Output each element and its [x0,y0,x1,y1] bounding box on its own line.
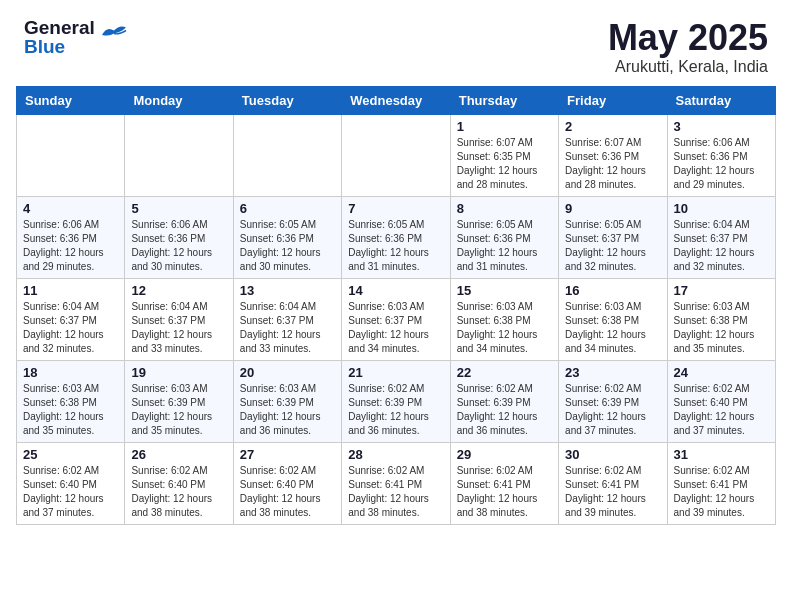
day-of-week-header: Saturday [667,86,775,114]
day-number: 5 [131,201,226,216]
calendar-cell: 30Sunrise: 6:02 AMSunset: 6:41 PMDayligh… [559,442,667,524]
day-number: 26 [131,447,226,462]
day-info: Sunrise: 6:04 AMSunset: 6:37 PMDaylight:… [131,300,226,356]
day-number: 14 [348,283,443,298]
day-of-week-header: Thursday [450,86,558,114]
day-number: 3 [674,119,769,134]
day-info: Sunrise: 6:07 AMSunset: 6:36 PMDaylight:… [565,136,660,192]
day-number: 15 [457,283,552,298]
calendar-cell [342,114,450,196]
calendar-cell: 4Sunrise: 6:06 AMSunset: 6:36 PMDaylight… [17,196,125,278]
day-number: 9 [565,201,660,216]
day-number: 12 [131,283,226,298]
calendar-cell: 11Sunrise: 6:04 AMSunset: 6:37 PMDayligh… [17,278,125,360]
day-info: Sunrise: 6:02 AMSunset: 6:39 PMDaylight:… [565,382,660,438]
day-info: Sunrise: 6:07 AMSunset: 6:35 PMDaylight:… [457,136,552,192]
day-of-week-header: Friday [559,86,667,114]
calendar-cell [233,114,341,196]
calendar-cell: 20Sunrise: 6:03 AMSunset: 6:39 PMDayligh… [233,360,341,442]
day-of-week-header: Sunday [17,86,125,114]
day-info: Sunrise: 6:02 AMSunset: 6:41 PMDaylight:… [457,464,552,520]
day-number: 31 [674,447,769,462]
day-info: Sunrise: 6:04 AMSunset: 6:37 PMDaylight:… [240,300,335,356]
calendar-cell [125,114,233,196]
day-number: 1 [457,119,552,134]
day-number: 22 [457,365,552,380]
calendar-cell: 9Sunrise: 6:05 AMSunset: 6:37 PMDaylight… [559,196,667,278]
day-info: Sunrise: 6:02 AMSunset: 6:41 PMDaylight:… [565,464,660,520]
calendar-cell: 16Sunrise: 6:03 AMSunset: 6:38 PMDayligh… [559,278,667,360]
day-number: 21 [348,365,443,380]
calendar-cell: 1Sunrise: 6:07 AMSunset: 6:35 PMDaylight… [450,114,558,196]
calendar-cell: 19Sunrise: 6:03 AMSunset: 6:39 PMDayligh… [125,360,233,442]
calendar-cell: 8Sunrise: 6:05 AMSunset: 6:36 PMDaylight… [450,196,558,278]
day-info: Sunrise: 6:02 AMSunset: 6:40 PMDaylight:… [131,464,226,520]
day-of-week-header: Monday [125,86,233,114]
calendar-cell: 12Sunrise: 6:04 AMSunset: 6:37 PMDayligh… [125,278,233,360]
day-info: Sunrise: 6:03 AMSunset: 6:38 PMDaylight:… [674,300,769,356]
day-info: Sunrise: 6:04 AMSunset: 6:37 PMDaylight:… [674,218,769,274]
day-number: 13 [240,283,335,298]
day-number: 8 [457,201,552,216]
day-info: Sunrise: 6:03 AMSunset: 6:39 PMDaylight:… [131,382,226,438]
calendar-cell: 7Sunrise: 6:05 AMSunset: 6:36 PMDaylight… [342,196,450,278]
day-info: Sunrise: 6:02 AMSunset: 6:39 PMDaylight:… [457,382,552,438]
day-info: Sunrise: 6:05 AMSunset: 6:36 PMDaylight:… [240,218,335,274]
logo-general: General [24,18,95,37]
day-info: Sunrise: 6:02 AMSunset: 6:41 PMDaylight:… [348,464,443,520]
day-info: Sunrise: 6:05 AMSunset: 6:37 PMDaylight:… [565,218,660,274]
calendar-table: SundayMondayTuesdayWednesdayThursdayFrid… [16,86,776,525]
day-number: 7 [348,201,443,216]
day-info: Sunrise: 6:02 AMSunset: 6:40 PMDaylight:… [240,464,335,520]
day-of-week-header: Wednesday [342,86,450,114]
day-number: 11 [23,283,118,298]
calendar-cell: 26Sunrise: 6:02 AMSunset: 6:40 PMDayligh… [125,442,233,524]
day-info: Sunrise: 6:03 AMSunset: 6:39 PMDaylight:… [240,382,335,438]
calendar-cell: 24Sunrise: 6:02 AMSunset: 6:40 PMDayligh… [667,360,775,442]
page-header: General Blue May 2025 Arukutti, Kerala, … [0,0,792,86]
day-number: 18 [23,365,118,380]
day-info: Sunrise: 6:06 AMSunset: 6:36 PMDaylight:… [23,218,118,274]
day-number: 28 [348,447,443,462]
day-number: 24 [674,365,769,380]
day-info: Sunrise: 6:02 AMSunset: 6:41 PMDaylight:… [674,464,769,520]
calendar-cell [17,114,125,196]
day-info: Sunrise: 6:05 AMSunset: 6:36 PMDaylight:… [457,218,552,274]
calendar-cell: 31Sunrise: 6:02 AMSunset: 6:41 PMDayligh… [667,442,775,524]
calendar-cell: 3Sunrise: 6:06 AMSunset: 6:36 PMDaylight… [667,114,775,196]
day-info: Sunrise: 6:06 AMSunset: 6:36 PMDaylight:… [131,218,226,274]
calendar-cell: 14Sunrise: 6:03 AMSunset: 6:37 PMDayligh… [342,278,450,360]
day-number: 27 [240,447,335,462]
logo: General Blue [24,18,129,56]
calendar-cell: 27Sunrise: 6:02 AMSunset: 6:40 PMDayligh… [233,442,341,524]
day-number: 10 [674,201,769,216]
day-info: Sunrise: 6:02 AMSunset: 6:39 PMDaylight:… [348,382,443,438]
calendar-cell: 23Sunrise: 6:02 AMSunset: 6:39 PMDayligh… [559,360,667,442]
day-number: 30 [565,447,660,462]
day-info: Sunrise: 6:03 AMSunset: 6:38 PMDaylight:… [457,300,552,356]
day-number: 16 [565,283,660,298]
calendar-cell: 29Sunrise: 6:02 AMSunset: 6:41 PMDayligh… [450,442,558,524]
logo-bird-icon [99,20,129,54]
calendar-cell: 15Sunrise: 6:03 AMSunset: 6:38 PMDayligh… [450,278,558,360]
calendar-cell: 2Sunrise: 6:07 AMSunset: 6:36 PMDaylight… [559,114,667,196]
calendar-cell: 6Sunrise: 6:05 AMSunset: 6:36 PMDaylight… [233,196,341,278]
day-number: 19 [131,365,226,380]
calendar-location: Arukutti, Kerala, India [608,58,768,76]
day-info: Sunrise: 6:03 AMSunset: 6:38 PMDaylight:… [565,300,660,356]
day-info: Sunrise: 6:05 AMSunset: 6:36 PMDaylight:… [348,218,443,274]
calendar-cell: 18Sunrise: 6:03 AMSunset: 6:38 PMDayligh… [17,360,125,442]
day-info: Sunrise: 6:03 AMSunset: 6:37 PMDaylight:… [348,300,443,356]
day-of-week-header: Tuesday [233,86,341,114]
day-number: 20 [240,365,335,380]
calendar-cell: 22Sunrise: 6:02 AMSunset: 6:39 PMDayligh… [450,360,558,442]
day-number: 6 [240,201,335,216]
day-number: 29 [457,447,552,462]
day-info: Sunrise: 6:04 AMSunset: 6:37 PMDaylight:… [23,300,118,356]
day-number: 4 [23,201,118,216]
logo-blue: Blue [24,37,95,56]
day-info: Sunrise: 6:02 AMSunset: 6:40 PMDaylight:… [674,382,769,438]
day-number: 2 [565,119,660,134]
day-info: Sunrise: 6:06 AMSunset: 6:36 PMDaylight:… [674,136,769,192]
calendar-cell: 28Sunrise: 6:02 AMSunset: 6:41 PMDayligh… [342,442,450,524]
